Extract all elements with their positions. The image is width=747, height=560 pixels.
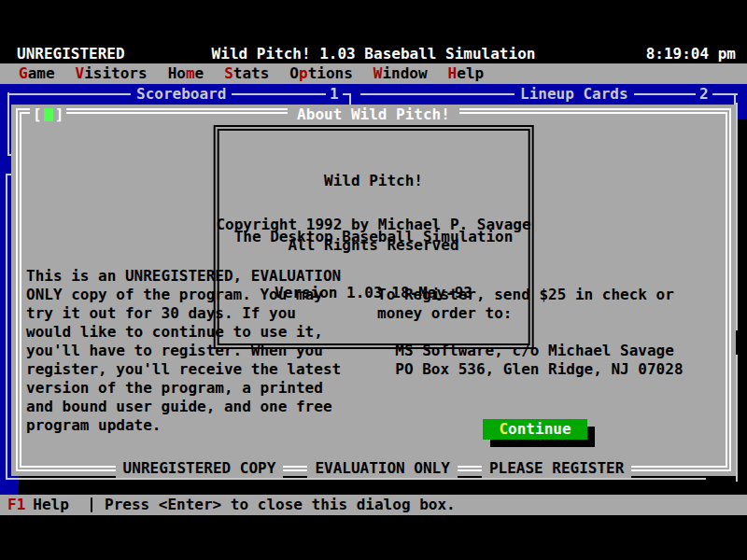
menu-item-window[interactable]: Window [374, 63, 428, 84]
lineup-cards-window-number: 2 [696, 86, 712, 103]
f1-help-button[interactable]: F1Help [7, 495, 69, 515]
registration-info-text: To Register, send $25 in check or money … [377, 286, 684, 435]
statusbar: F1Help Press <Enter> to close this dialo… [0, 495, 747, 515]
menu-item-home[interactable]: Home [168, 63, 204, 84]
background-window-border [6, 174, 7, 480]
lineup-cards-window-border [736, 103, 738, 330]
scoreboard-window-titlebar[interactable]: Scoreboard 1 [7, 86, 351, 103]
footer-please-register: PLEASE REGISTER [482, 459, 632, 478]
menu-label-post: tions [308, 64, 353, 82]
dialog-shadow [28, 480, 719, 491]
app-titlebar: UNREGISTERED Wild Pitch! 1.03 Baseball S… [0, 45, 747, 63]
menu-label-pre: Ho [168, 64, 186, 82]
menu-item-stats[interactable]: Stats [224, 63, 269, 84]
scoreboard-window-border-corner [349, 93, 351, 105]
scoreboard-title: Scoreboard [131, 86, 232, 103]
continue-button-label: ontinue [508, 420, 571, 438]
scoreboard-window-number: 1 [326, 86, 343, 103]
menu-hotkey: G [19, 64, 28, 82]
menu-hotkey: V [76, 64, 85, 82]
footer-unregistered-copy: UNREGISTERED COPY [116, 459, 284, 478]
copyright-block: Copyright 1992 by Michael P. Savage All … [11, 215, 736, 256]
lineup-cards-title: Lineup Cards [514, 86, 634, 103]
screen: UNREGISTERED Wild Pitch! 1.03 Baseball S… [0, 0, 747, 560]
menu-item-visitors[interactable]: Visitors [76, 63, 148, 84]
copyright-line1: Copyright 1992 by Michael P. Savage [11, 215, 736, 235]
f1-key-label: F1 [7, 496, 25, 513]
desktop: Scoreboard 1 Lineup Cards 2 [ [0, 84, 747, 495]
menu-item-help[interactable]: Help [448, 63, 485, 84]
dialog-title: About Wild Pitch! [288, 105, 459, 123]
menu-label-pre: O [289, 64, 299, 82]
product-name: Wild Pitch! [234, 172, 514, 190]
menu-label-post: e [195, 64, 204, 82]
footer-evaluation-only: EVALUATION ONLY [307, 459, 458, 478]
dialog-titlebar: About Wild Pitch! [11, 106, 736, 123]
dialog-body-columns: This is an UNREGISTERED, EVALUATION ONLY… [26, 267, 726, 435]
scoreboard-window-border [7, 92, 9, 156]
menu-hotkey: S [224, 64, 233, 82]
menubar: Game Visitors Home Stats Options Window … [0, 63, 747, 84]
menu-item-options[interactable]: Options [289, 63, 352, 84]
background-window-border [736, 355, 738, 482]
evaluation-text: This is an UNREGISTERED, EVALUATION ONLY… [26, 267, 368, 435]
menu-label-post: indow [382, 64, 427, 82]
menu-label-post: tats [233, 64, 270, 82]
menu-label-post: ame [28, 64, 55, 82]
lineup-cards-window-titlebar[interactable]: Lineup Cards 2 [360, 86, 738, 103]
continue-button-hotkey: C [499, 420, 508, 438]
menu-hotkey: W [374, 64, 383, 82]
help-label: Help [33, 496, 69, 513]
menu-hotkey: H [448, 64, 458, 82]
menu-label-post: elp [457, 64, 484, 82]
statusbar-message: Press <Enter> to close this dialog box. [105, 495, 456, 515]
statusbar-divider [91, 497, 92, 512]
menu-label-post: isitors [84, 64, 147, 82]
menu-item-game[interactable]: Game [19, 63, 55, 84]
clock: 8:19:04 pm [646, 45, 736, 63]
menu-hotkey: p [299, 64, 308, 82]
copyright-line2: All Rights Reserved [11, 235, 736, 256]
continue-button[interactable]: Continue [483, 419, 587, 440]
menu-hotkey: m [186, 64, 195, 82]
app-title: Wild Pitch! 1.03 Baseball Simulation [0, 45, 747, 63]
about-dialog: [ ] About Wild Pitch! Wild Pitch! The De… [11, 105, 736, 476]
dialog-footer: UNREGISTERED COPY EVALUATION ONLY PLEASE… [11, 458, 736, 479]
